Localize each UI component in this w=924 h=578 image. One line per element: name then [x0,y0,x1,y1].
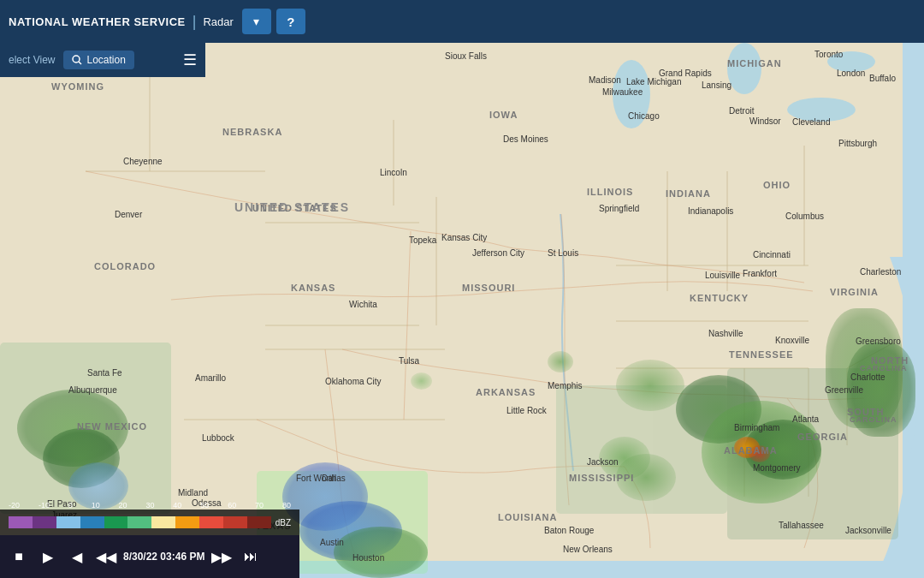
svg-point-30 [73,56,80,63]
select-view-label[interactable]: elect View [9,54,55,66]
play-button[interactable]: ▶ [36,545,60,569]
help-button[interactable]: ? [276,9,305,34]
scale-label-80: 80 [282,501,291,509]
svg-point-2 [787,98,856,122]
svg-rect-26 [0,343,171,514]
scale-labels: -20 -10 0 10 20 30 40 50 60 70 80 [9,501,291,509]
playback-controls: ■ ▶ ◀ ◀◀ 8/30/22 03:46 PM ▶▶ ⏭ [0,535,299,578]
dropdown-button[interactable]: ▾ [242,9,271,34]
next-end-button[interactable]: ⏭ [239,545,263,569]
scale-unit: dBZ [275,518,291,527]
prev-frame-button[interactable]: ◀ [65,545,89,569]
color-scale: dBZ [0,509,299,535]
scale-label-0: 0 [68,501,73,509]
scale-label-60: 60 [228,501,236,509]
svg-rect-28 [556,385,727,514]
scale-label-n20: -20 [9,501,20,509]
logo-text: NATIONAL WEATHER SERVICE [9,15,186,28]
prev-fast-button[interactable]: ◀◀ [94,545,118,569]
map-container[interactable] [0,0,924,578]
svg-point-1 [613,60,650,128]
svg-point-3 [727,43,761,94]
product-name: Radar [203,15,233,28]
menu-button[interactable]: ☰ [183,52,197,68]
toolbar: elect View Location ☰ [0,43,205,77]
location-label: Location [86,54,125,66]
header: NATIONAL WEATHER SERVICE | Radar ▾ ? [0,0,924,43]
stop-button[interactable]: ■ [7,545,31,569]
svg-line-31 [79,62,81,64]
scale-label-50: 50 [200,501,209,509]
search-icon [72,55,82,65]
separator: | [192,13,197,31]
scale-label-30: 30 [145,501,154,509]
scale-label-10: 10 [92,501,100,509]
scale-label-40: 40 [173,501,181,509]
scale-gradient [9,516,271,528]
next-fast-button[interactable]: ▶▶ [210,545,234,569]
scale-label-70: 70 [255,501,264,509]
scale-label-20: 20 [119,501,127,509]
svg-point-4 [827,51,875,72]
svg-rect-29 [727,368,898,539]
scale-label-n10: -10 [38,501,50,509]
timestamp-display: 8/30/22 03:46 PM [123,551,204,563]
location-button[interactable]: Location [63,51,133,69]
